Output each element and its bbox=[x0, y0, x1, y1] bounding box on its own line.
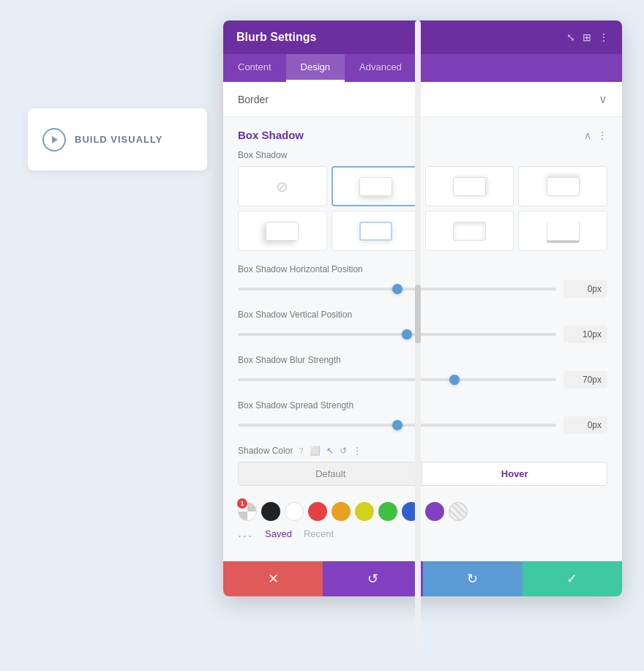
saved-link[interactable]: Saved bbox=[265, 528, 292, 544]
panel-title: Blurb Settings bbox=[236, 31, 316, 44]
box-shadow-header: Box Shadow ∧ ⋮ bbox=[238, 129, 607, 141]
card-label: BUILD VISUALLY bbox=[75, 134, 162, 145]
help-icon[interactable]: ? bbox=[299, 446, 303, 455]
panel-header: Blurb Settings ⤡ ⊞ ⋮ bbox=[223, 20, 622, 54]
horizontal-position-label: Box Shadow Horizontal Position bbox=[238, 264, 607, 274]
blur-strength-slider-row: 70px bbox=[238, 371, 607, 389]
horizontal-position-field: Box Shadow Horizontal Position 0px bbox=[238, 264, 607, 298]
confirm-button[interactable]: ✓ bbox=[523, 561, 622, 596]
swatch-yellow[interactable] bbox=[355, 502, 374, 521]
spread-strength-label: Box Shadow Spread Strength bbox=[238, 400, 607, 411]
box-shadow-field-label: Box Shadow bbox=[238, 150, 607, 160]
play-icon[interactable] bbox=[42, 128, 66, 151]
undo-icon[interactable]: ↺ bbox=[340, 446, 347, 456]
swatch-purple[interactable] bbox=[425, 502, 444, 521]
tab-content[interactable]: Content bbox=[223, 54, 286, 82]
vertical-position-slider[interactable] bbox=[238, 333, 556, 336]
shadow-preset-4[interactable] bbox=[238, 211, 327, 251]
blur-strength-label: Box Shadow Blur Strength bbox=[238, 355, 607, 365]
blurb-settings-panel: Blurb Settings ⤡ ⊞ ⋮ Content Design Adva… bbox=[223, 20, 622, 596]
panel-body: Border ∨ Box Shadow ∧ ⋮ Box Shadow ⊘ bbox=[223, 82, 622, 561]
horizontal-position-slider[interactable] bbox=[238, 288, 556, 290]
options-icon[interactable]: ⋮ bbox=[597, 130, 607, 141]
shadow-preset-3[interactable] bbox=[518, 166, 607, 206]
shadow-color-label-row: Shadow Color ? ⬜ ↖ ↺ ⋮ bbox=[238, 446, 607, 456]
color-swatches bbox=[238, 495, 607, 525]
spread-strength-field: Box Shadow Spread Strength 0px bbox=[238, 400, 607, 434]
header-icons: ⤡ ⊞ ⋮ bbox=[566, 31, 609, 43]
horizontal-position-slider-row: 0px bbox=[238, 280, 607, 298]
cursor-icon[interactable]: ↖ bbox=[326, 446, 334, 456]
more-icon[interactable]: ⋮ bbox=[599, 31, 609, 43]
spread-strength-input[interactable]: 0px bbox=[564, 416, 607, 434]
reset-button[interactable]: ↺ bbox=[323, 561, 422, 596]
border-section-title: Border bbox=[238, 94, 269, 105]
shadow-color-section: Shadow Color ? ⬜ ↖ ↺ ⋮ Default Hover bbox=[238, 446, 607, 486]
hover-tab[interactable]: Hover bbox=[423, 462, 607, 485]
bottom-bar: ✕ ↺ ↻ ✓ bbox=[223, 561, 622, 596]
svg-marker-0 bbox=[52, 136, 58, 143]
fullscreen-icon[interactable]: ⤡ bbox=[566, 31, 575, 43]
scrollbar-track bbox=[415, 20, 421, 650]
swatch-transparent[interactable] bbox=[238, 502, 257, 521]
vertical-position-label: Box Shadow Vertical Position bbox=[238, 310, 607, 320]
background-card: BUILD VISUALLY bbox=[28, 108, 207, 170]
blur-strength-slider[interactable] bbox=[238, 378, 556, 381]
dots-more-icon[interactable]: ··· bbox=[238, 528, 253, 544]
blur-strength-field: Box Shadow Blur Strength 70px bbox=[238, 355, 607, 389]
tab-advanced[interactable]: Advanced bbox=[345, 54, 416, 82]
horizontal-position-input[interactable]: 0px bbox=[564, 280, 607, 298]
collapse-icon[interactable]: ∧ bbox=[584, 130, 591, 141]
subsection-icons: ∧ ⋮ bbox=[584, 130, 607, 141]
shadow-preset-6[interactable] bbox=[425, 211, 514, 251]
shadow-preset-none[interactable]: ⊘ bbox=[238, 166, 327, 206]
swatch-striped[interactable] bbox=[449, 502, 468, 521]
cancel-button[interactable]: ✕ bbox=[223, 561, 323, 596]
device-icon[interactable]: ⬜ bbox=[310, 446, 321, 456]
swatch-red[interactable] bbox=[308, 502, 327, 521]
more-options-icon[interactable]: ⋮ bbox=[353, 446, 362, 456]
spread-strength-slider-row: 0px bbox=[238, 416, 607, 434]
saved-recent-tabs: ··· Saved Recent bbox=[238, 525, 607, 550]
redo-button[interactable]: ↻ bbox=[423, 561, 523, 596]
default-tab[interactable]: Default bbox=[239, 462, 423, 485]
swatch-orange[interactable] bbox=[332, 502, 351, 521]
shadow-preset-1[interactable] bbox=[332, 166, 421, 206]
swatch-black[interactable] bbox=[261, 502, 280, 521]
vertical-position-input[interactable]: 10px bbox=[564, 326, 607, 343]
box-shadow-title: Box Shadow bbox=[238, 129, 304, 141]
columns-icon[interactable]: ⊞ bbox=[583, 31, 591, 43]
shadow-color-label: Shadow Color bbox=[238, 446, 293, 456]
swatch-white[interactable] bbox=[285, 502, 304, 521]
box-shadow-section: Box Shadow ∧ ⋮ Box Shadow ⊘ bbox=[223, 117, 622, 561]
shadow-preset-2[interactable] bbox=[425, 166, 514, 206]
tab-design[interactable]: Design bbox=[286, 54, 345, 82]
shadow-presets-grid: ⊘ bbox=[238, 166, 607, 251]
recent-link[interactable]: Recent bbox=[304, 528, 334, 544]
border-chevron-icon: ∨ bbox=[599, 92, 607, 106]
border-section[interactable]: Border ∨ bbox=[223, 82, 622, 117]
blur-strength-input[interactable]: 70px bbox=[564, 371, 607, 389]
vertical-position-field: Box Shadow Vertical Position 10px bbox=[238, 310, 607, 343]
panel-tabs: Content Design Advanced bbox=[223, 54, 622, 82]
hover-tabs: Default Hover bbox=[238, 462, 607, 486]
spread-strength-slider[interactable] bbox=[238, 424, 556, 427]
scrollbar-thumb[interactable] bbox=[415, 285, 421, 343]
swatch-green[interactable] bbox=[378, 502, 397, 521]
shadow-preset-5[interactable] bbox=[332, 211, 421, 251]
vertical-position-slider-row: 10px bbox=[238, 326, 607, 343]
shadow-preset-7[interactable] bbox=[518, 211, 607, 251]
